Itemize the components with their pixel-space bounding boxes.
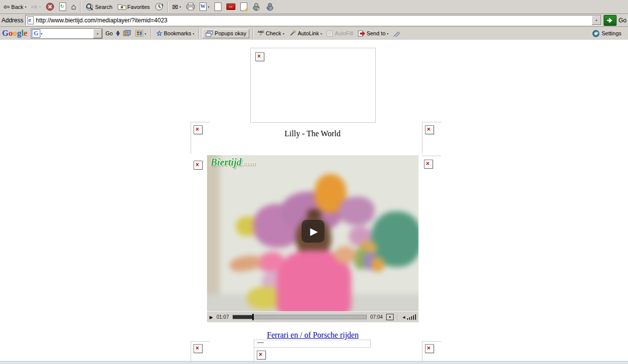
ie-page-icon: e — [27, 16, 34, 24]
forward-button[interactable]: ⇨ ▾ — [29, 2, 43, 11]
popups-icon — [206, 30, 213, 37]
back-dropdown-icon[interactable]: ▾ — [25, 5, 26, 8]
broken-image-icon[interactable]: × — [194, 161, 203, 170]
check-dropdown-icon: ▾ — [283, 32, 284, 35]
browser-window: ⇦ Back ▾ ⇨ ▾ ↻ ⌂ Search — [0, 0, 628, 364]
video-player: Biertijd.com ▶ ▶ 01:07 07:04 ◄ — [207, 155, 419, 322]
refresh-icon: ↻ — [59, 2, 66, 11]
stop-button[interactable] — [43, 1, 57, 12]
broken-image-icon[interactable]: × — [425, 125, 434, 134]
caret-down-icon: ▾ — [97, 32, 99, 35]
broken-image-icon[interactable]: × — [425, 344, 434, 353]
go-button[interactable] — [604, 15, 617, 26]
sendto-icon — [358, 30, 365, 37]
highlighter-button[interactable] — [392, 29, 403, 38]
autolink-button[interactable]: AutoLink ▾ — [287, 29, 323, 38]
search-label: Search — [95, 4, 112, 10]
broken-image-icon[interactable]: × — [194, 125, 203, 134]
favorites-label: Favorites — [127, 4, 150, 10]
check-button[interactable]: ABC✓ Check ▾ — [256, 29, 286, 37]
page-content: × × × Lilly - The World × × — [0, 40, 628, 361]
edit-dropdown-icon[interactable]: ▾ — [208, 5, 209, 8]
spellcheck-icon: ABC✓ — [258, 31, 264, 36]
sendto-button[interactable]: Send to ▾ — [356, 29, 390, 38]
google-search-input[interactable]: G ▾ ▾ — [31, 28, 103, 39]
address-url: http://www.biertijd.com/mediaplayer/?ite… — [36, 17, 167, 24]
stop-icon — [46, 2, 54, 11]
forward-dropdown-icon: ▾ — [39, 5, 41, 8]
settings-label: Settings — [602, 30, 622, 36]
red-app-icon: ≈≈ — [226, 3, 235, 10]
video-surface[interactable]: Biertijd.com ▶ — [207, 155, 419, 311]
broken-image-icon[interactable]: × — [255, 52, 264, 61]
broken-image-icon[interactable]: × — [424, 160, 433, 169]
autofill-label: AutoFill — [335, 30, 353, 36]
seek-bar[interactable] — [232, 315, 367, 319]
google-news-button[interactable]: ▾ — [134, 29, 148, 38]
address-dropdown-button[interactable]: ▾ — [592, 15, 601, 25]
fullscreen-button[interactable] — [386, 314, 394, 320]
play-icon: ▶ — [308, 225, 317, 237]
ie-toolbar: ⇦ Back ▾ ⇨ ▾ ↻ ⌂ Search — [0, 0, 628, 14]
news-icon — [135, 30, 143, 37]
address-dropdown-icon: ▾ — [596, 18, 597, 22]
search-button[interactable]: Search — [83, 1, 115, 12]
speaker-icon: ◄ — [402, 315, 406, 320]
mail-dropdown-icon[interactable]: ▾ — [180, 5, 181, 8]
refresh-button[interactable]: ↻ — [57, 1, 69, 12]
address-input[interactable]: e http://www.biertijd.com/mediaplayer/?i… — [25, 15, 602, 25]
top-banner-frame — [250, 48, 376, 123]
popups-label: Popups okay — [214, 30, 246, 36]
messenger-button[interactable]: ★ — [238, 1, 250, 12]
collapsed-content — [257, 342, 264, 343]
addon-button-2[interactable] — [263, 1, 277, 12]
news-dropdown-icon[interactable]: ▾ — [145, 32, 146, 35]
popups-button[interactable]: Popups okay — [203, 29, 249, 38]
google-photos-button[interactable] — [121, 29, 132, 38]
history-button[interactable] — [152, 1, 166, 12]
edit-button[interactable]: W ▾ — [197, 1, 212, 12]
biertijd-watermark: Biertijd.com — [210, 157, 255, 168]
address-bar: Address e http://www.biertijd.com/mediap… — [0, 14, 628, 27]
next-video-link-row: Ferrari en / of Porsche rijden — [207, 331, 419, 340]
broken-image-icon[interactable]: × — [257, 351, 266, 360]
google-go-button[interactable]: Go — [104, 29, 114, 37]
discuss-button[interactable] — [212, 1, 224, 12]
bookmarks-button[interactable]: ☆ Bookmarks ▾ — [155, 28, 196, 38]
go-arrow-icon — [607, 17, 614, 23]
messenger-star-icon: ★ — [240, 2, 247, 11]
discuss-icon — [214, 2, 221, 11]
toolbar-separator — [167, 1, 168, 12]
home-icon: ⌂ — [71, 3, 76, 10]
settings-button[interactable]: Settings — [592, 27, 622, 40]
favorites-icon — [117, 2, 126, 11]
seek-handle[interactable] — [252, 314, 254, 320]
broken-image-icon[interactable]: × — [194, 344, 203, 353]
play-overlay-button[interactable]: ▶ — [302, 220, 324, 243]
mail-button[interactable]: ✉ ▾ — [170, 2, 184, 11]
lower-frame-2 — [254, 347, 370, 361]
addon-button-1[interactable] — [250, 1, 263, 12]
bookmarks-dropdown-icon: ▾ — [193, 32, 194, 35]
favorites-button[interactable]: Favorites — [115, 1, 152, 12]
player-play-button[interactable]: ▶ — [209, 315, 213, 320]
google-logo: Google — [2, 28, 27, 38]
google-g-dropdown-icon[interactable]: ▾ — [41, 32, 42, 35]
back-button[interactable]: ⇦ Back ▾ — [1, 2, 29, 11]
google-search-dropdown-button[interactable]: ▾ — [93, 29, 102, 38]
next-video-link[interactable]: Ferrari en / of Porsche rijden — [267, 331, 358, 339]
media-app-button[interactable]: ≈≈ — [224, 2, 238, 11]
autofill-button[interactable]: AutoFill — [325, 29, 355, 38]
print-icon — [186, 2, 195, 11]
back-label: Back — [11, 4, 23, 10]
google-go-label: Go — [105, 30, 113, 36]
fullscreen-icon — [389, 316, 391, 318]
volume-control[interactable]: ◄ — [402, 314, 416, 320]
autofill-icon — [326, 30, 333, 37]
home-button[interactable]: ⌂ — [69, 2, 79, 11]
brand-suffix: .com — [241, 160, 255, 167]
bookmarks-label: Bookmarks — [164, 30, 191, 36]
toolbar-separator — [151, 28, 152, 39]
print-button[interactable] — [184, 1, 197, 12]
brand-text: Biertijd — [210, 157, 241, 168]
